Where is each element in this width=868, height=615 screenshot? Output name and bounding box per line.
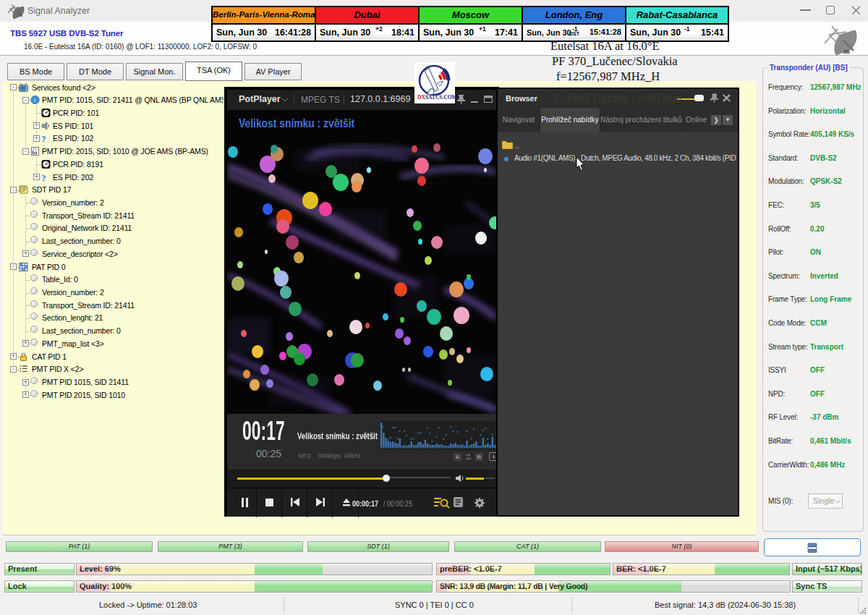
svg-text:♪: ♪ <box>33 96 35 103</box>
svg-text:dB: dB <box>843 49 850 54</box>
svg-text:DXSATCS.COM: DXSATCS.COM <box>417 94 455 101</box>
